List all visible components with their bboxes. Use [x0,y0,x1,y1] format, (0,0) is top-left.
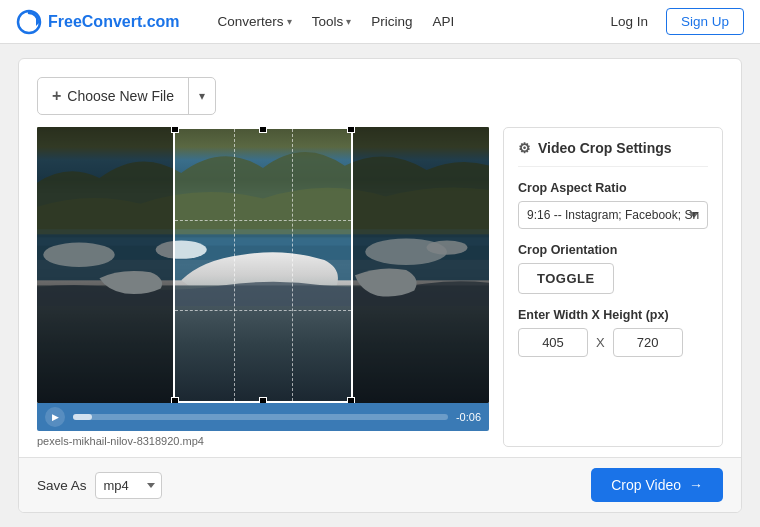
header: FreeConvert.com Converters ▾ Tools ▾ Pri… [0,0,760,44]
choose-file-button[interactable]: + Choose New File ▾ [37,77,216,115]
video-controls: ▶ -0:06 [37,403,489,431]
video-area: ▶ -0:06 pexels-mikhail-nilov-8318920.mp4 [37,127,489,447]
crop-dark-left [37,127,173,403]
crop-handle-bm[interactable] [259,397,267,403]
nav: Converters ▾ Tools ▾ Pricing API [210,10,583,33]
settings-title: ⚙ Video Crop Settings [518,140,708,167]
tools-chevron-icon: ▾ [346,16,351,27]
crop-handle-tl[interactable] [171,127,179,133]
video-filename: pexels-mikhail-nilov-8318920.mp4 [37,435,489,447]
progress-fill [73,414,92,420]
video-wrapper [37,127,489,403]
save-as-area: Save As mp4 avi mov mkv webm gif [37,472,162,499]
crop-grid-v1 [234,129,235,401]
nav-tools[interactable]: Tools ▾ [304,10,360,33]
choose-file-main: + Choose New File [38,80,188,112]
crop-grid-h1 [175,220,352,221]
crop-grid-v2 [292,129,293,401]
width-input[interactable] [518,328,588,357]
choose-file-dropdown-icon[interactable]: ▾ [189,82,215,110]
aspect-ratio-select[interactable]: 9:16 -- Instagram; Facebook; Sn 16:9 -- … [518,201,708,229]
format-select[interactable]: mp4 avi mov mkv webm gif [95,472,162,499]
nav-pricing[interactable]: Pricing [363,10,420,33]
wh-row: X [518,328,708,357]
plus-icon: + [52,87,61,105]
content-row: ▶ -0:06 pexels-mikhail-nilov-8318920.mp4… [37,127,723,447]
time-display: -0:06 [456,411,481,423]
header-right: Log In Sign Up [602,8,744,35]
main-content: + Choose New File ▾ [18,58,742,513]
crop-selection[interactable] [173,127,354,403]
crop-handle-tm[interactable] [259,127,267,133]
progress-bar[interactable] [73,414,448,420]
wh-label: Enter Width X Height (px) [518,308,708,322]
logo[interactable]: FreeConvert.com [16,9,180,35]
height-input[interactable] [613,328,683,357]
nav-converters[interactable]: Converters ▾ [210,10,300,33]
wh-section: Enter Width X Height (px) X [518,308,708,357]
crop-dark-right [353,127,489,403]
arrow-right-icon: → [689,477,703,493]
x-label: X [596,335,605,350]
choose-file-label: Choose New File [67,88,174,104]
nav-api[interactable]: API [424,10,462,33]
play-button[interactable]: ▶ [45,407,65,427]
crop-video-label: Crop Video [611,477,681,493]
crop-handle-bl[interactable] [171,397,179,403]
crop-handle-tr[interactable] [347,127,355,133]
signup-button[interactable]: Sign Up [666,8,744,35]
converters-chevron-icon: ▾ [287,16,292,27]
crop-aspect-ratio-label: Crop Aspect Ratio [518,181,708,195]
crop-handle-br[interactable] [347,397,355,403]
save-as-label: Save As [37,478,87,493]
crop-aspect-ratio-section: Crop Aspect Ratio 9:16 -- Instagram; Fac… [518,181,708,229]
gear-icon: ⚙ [518,140,531,156]
logo-text: FreeConvert.com [48,13,180,31]
settings-title-text: Video Crop Settings [538,140,672,156]
top-bar: + Choose New File ▾ [37,77,723,115]
settings-panel: ⚙ Video Crop Settings Crop Aspect Ratio … [503,127,723,447]
crop-grid-h2 [175,310,352,311]
logo-icon [16,9,42,35]
toggle-button[interactable]: TOGGLE [518,263,614,294]
login-button[interactable]: Log In [602,10,656,33]
crop-orientation-section: Crop Orientation TOGGLE [518,243,708,294]
crop-orientation-label: Crop Orientation [518,243,708,257]
crop-overlay[interactable] [37,127,489,403]
crop-inner [175,129,352,401]
bottom-bar: Save As mp4 avi mov mkv webm gif Crop Vi… [19,457,741,512]
crop-video-button[interactable]: Crop Video → [591,468,723,502]
